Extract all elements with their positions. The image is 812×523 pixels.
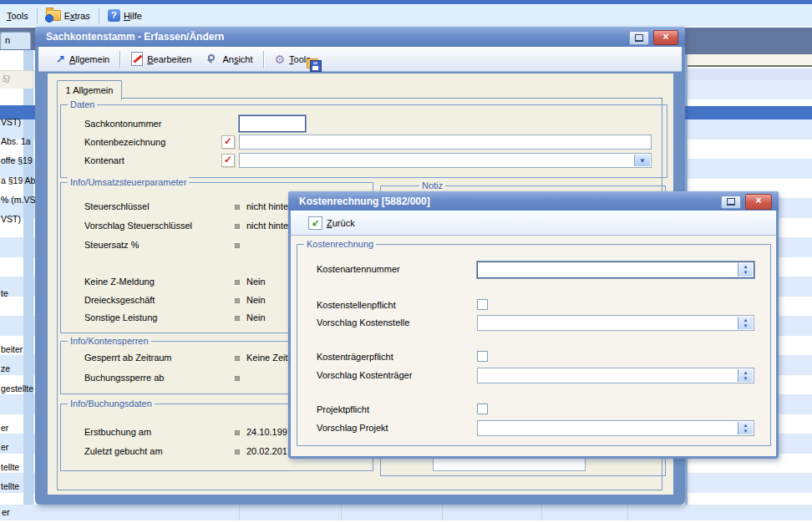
selected-row-right[interactable] bbox=[685, 106, 812, 119]
window-title: Sachkontenstamm - Erfassen/Ändern bbox=[46, 31, 224, 43]
sachkontonummer-label: Sachkontonummer bbox=[84, 119, 161, 129]
menu-extras[interactable]: Extras bbox=[39, 4, 97, 27]
bg-row-fragment: VST) bbox=[1, 117, 21, 127]
background-row bbox=[685, 80, 812, 99]
kontenbezeichnung-label: Kontenbezeichnung bbox=[84, 137, 165, 147]
background-header-fragment: 5) bbox=[3, 74, 10, 84]
column-divider bbox=[442, 505, 443, 520]
bullet-icon bbox=[235, 356, 240, 361]
kostenstellenpflicht-checkbox[interactable] bbox=[477, 299, 488, 310]
kostenrechnung-titlebar[interactable]: Kostenrechnung [5882/000] × bbox=[288, 191, 779, 211]
minimize-icon bbox=[635, 34, 643, 42]
toolbar-allgemein[interactable]: ↗ Allgemein bbox=[48, 47, 117, 71]
bg-row-fragment: er bbox=[2, 507, 10, 517]
dialog-minimize-button[interactable] bbox=[721, 195, 741, 209]
mandatory-check-icon: ✓ bbox=[221, 135, 235, 149]
minimize-button[interactable] bbox=[629, 31, 649, 45]
menu-hilfe[interactable]: ? Hilfe bbox=[101, 4, 149, 27]
dialog-content: Kostenrechnung Kostenartennummer 5882: S… bbox=[291, 236, 776, 456]
spinner-down-icon: ▼ bbox=[743, 270, 749, 276]
kostenrechnung-group: Kostenrechnung Kostenartennummer 5882: S… bbox=[297, 244, 771, 446]
bg-row-fragment: beiter bbox=[1, 344, 23, 354]
arrow-up-right-icon: ↗ bbox=[56, 53, 65, 65]
spinner-down-icon: ▼ bbox=[743, 323, 749, 329]
info-label: Gesperrt ab Zeitraum bbox=[84, 353, 172, 363]
toolbar-allgemein-label: Allgemein bbox=[69, 54, 109, 64]
kostentraegerpflicht-checkbox[interactable] bbox=[477, 351, 488, 362]
spinner-up-icon: ▲ bbox=[743, 264, 749, 270]
vorschlag-kostenstelle-input[interactable]: 10000 : Manuelle Aufteilung ▲ ▼ bbox=[477, 315, 754, 331]
background-bottom-row: er bbox=[0, 505, 812, 520]
vorschlag-kostenstelle-value: 10000 : Manuelle Aufteilung bbox=[478, 330, 739, 331]
back-arrow-icon: ↙ bbox=[308, 216, 322, 230]
help-icon: ? bbox=[108, 9, 120, 22]
menu-tools[interactable]: Tools bbox=[0, 4, 35, 27]
menu-separator bbox=[37, 8, 38, 23]
bullet-icon bbox=[235, 430, 240, 435]
projektpflicht-checkbox[interactable] bbox=[477, 404, 488, 414]
column-divider bbox=[627, 505, 628, 520]
bg-row-fragment: te bbox=[1, 288, 8, 298]
tab-allgemein-label: 1 Allgemein bbox=[66, 85, 114, 95]
kontenart-combobox[interactable]: 8 : Erhaltene Skonti ▼ bbox=[239, 153, 652, 168]
bullet-icon bbox=[235, 376, 240, 381]
bg-row-fragment: ze bbox=[1, 363, 10, 373]
zurueck-label: Zurück bbox=[327, 218, 355, 228]
kostenartennummer-input[interactable]: 5882: Skontoertrag 20% ▲ ▼ bbox=[477, 262, 754, 278]
bg-row-fragment: offe §19 bbox=[1, 155, 33, 165]
menu-bar: Tools Extras ? Hilfe bbox=[0, 4, 812, 28]
bg-row-fragment: tellte bbox=[1, 481, 19, 491]
info-label: Vorschlag Steuerschlüssel bbox=[84, 221, 192, 231]
info-label: Steuerschlüssel bbox=[84, 201, 150, 211]
window-toolbar: ↗ Allgemein Bearbeiten Ansicht ⚙ Tools bbox=[38, 47, 682, 72]
sachkontenstamm-titlebar[interactable]: Sachkontenstamm - Erfassen/Ändern × bbox=[35, 27, 685, 47]
hammer-document-icon bbox=[131, 52, 143, 66]
info-value: 20.02.2017 bbox=[246, 446, 292, 456]
info-label: Sonstige Leistung bbox=[84, 312, 157, 322]
tab-allgemein[interactable]: 1 Allgemein bbox=[57, 80, 122, 100]
magnifier-icon bbox=[206, 53, 218, 65]
background-tab-fragment[interactable]: n bbox=[0, 32, 31, 49]
bullet-icon bbox=[235, 243, 240, 248]
spinner-down-icon: ▼ bbox=[743, 429, 749, 434]
gears-icon: ⚙ bbox=[275, 53, 286, 65]
info-label: Erstbuchung am bbox=[84, 427, 151, 437]
folder-icon bbox=[46, 10, 61, 21]
mandatory-check-icon: ✓ bbox=[221, 154, 235, 167]
vorschlag-kostentraeger-input[interactable]: ▲ ▼ bbox=[477, 368, 754, 383]
sachkontonummer-input[interactable]: 5882/000 bbox=[239, 115, 306, 132]
vorschlag-projekt-input[interactable]: ▲ ▼ bbox=[477, 420, 754, 436]
column-divider bbox=[541, 505, 542, 520]
kostenartennummer-spinner[interactable]: ▲ ▼ bbox=[738, 263, 753, 277]
kontenbezeichnung-input[interactable]: Skontoertrag 20% bbox=[239, 135, 652, 150]
save-icon[interactable] bbox=[307, 58, 322, 72]
dialog-toolbar: ↙ Zurück bbox=[291, 211, 776, 236]
close-button[interactable]: × bbox=[653, 30, 678, 45]
daten-group: Daten Sachkontonummer 5882/000 Kontenbez… bbox=[60, 104, 667, 178]
info-label: Zuletzt gebucht am bbox=[84, 446, 163, 456]
info-label: Buchungssperre ab bbox=[84, 373, 164, 383]
vorschlag-kostentraeger-spinner[interactable]: ▲ ▼ bbox=[738, 369, 753, 382]
info-value: Nein bbox=[246, 295, 266, 305]
kostentraegerpflicht-label: Kostenträgerpflicht bbox=[317, 352, 393, 362]
dialog-title: Kostenrechnung [5882/000] bbox=[299, 195, 430, 207]
vorschlag-projekt-spinner[interactable]: ▲ ▼ bbox=[738, 422, 753, 434]
chevron-down-icon[interactable]: ▼ bbox=[634, 155, 650, 166]
zurueck-button[interactable]: ↙ Zurück bbox=[301, 211, 363, 235]
kostenstellenpflicht-label: Kostenstellenpflicht bbox=[317, 300, 396, 310]
vorschlag-projekt-label: Vorschlag Projekt bbox=[317, 423, 388, 433]
toolbar-bearbeiten[interactable]: Bearbeiten bbox=[124, 47, 199, 71]
toolbar-ansicht[interactable]: Ansicht bbox=[199, 47, 260, 71]
background-row bbox=[685, 99, 812, 106]
bg-row-fragment: VST) bbox=[1, 214, 21, 224]
menu-hilfe-label: Hilfe bbox=[124, 11, 142, 21]
dialog-close-button[interactable]: × bbox=[745, 194, 772, 210]
vorschlag-kostentraeger-label: Vorschlag Kostenträger bbox=[317, 370, 412, 380]
toolbar-ansicht-label: Ansicht bbox=[222, 54, 252, 64]
bg-row-fragment: tellte bbox=[1, 462, 19, 472]
bg-row-fragment: a §19 Abs bbox=[1, 175, 40, 185]
kostenrechnung-dialog: Kostenrechnung [5882/000] × ↙ Zurück Kos… bbox=[288, 191, 779, 459]
bullet-icon bbox=[235, 224, 240, 229]
vorschlag-kostenstelle-spinner[interactable]: ▲ ▼ bbox=[738, 317, 753, 329]
info-value: 24.10.1997 bbox=[246, 427, 292, 437]
